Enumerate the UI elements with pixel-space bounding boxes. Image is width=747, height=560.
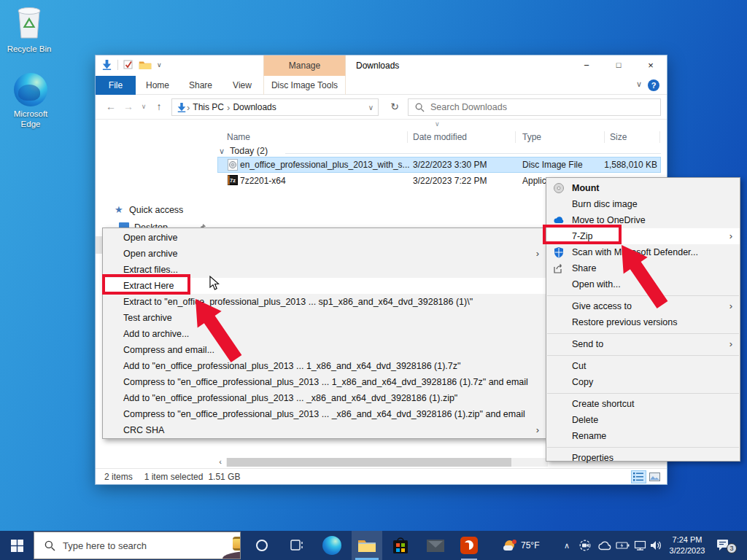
- tray-onedrive-icon[interactable]: [595, 531, 613, 560]
- edge-icon: [322, 536, 341, 555]
- menu-separator: [546, 352, 740, 358]
- task-view-button[interactable]: [282, 531, 312, 560]
- column-header-size[interactable]: Size: [610, 128, 627, 146]
- action-center-button[interactable]: 3: [712, 531, 743, 560]
- clock-time: 7:24 PM: [673, 534, 703, 545]
- tray-battery-icon[interactable]: [614, 531, 631, 560]
- back-icon[interactable]: ←: [103, 95, 119, 120]
- sidebar-item-quick-access[interactable]: ★ Quick access: [96, 201, 212, 219]
- thumbnail-view-icon: [649, 472, 660, 481]
- column-divider[interactable]: [604, 131, 605, 143]
- start-button[interactable]: [0, 531, 34, 560]
- up-icon[interactable]: ↑: [151, 95, 167, 120]
- desktop-icon-recycle-bin[interactable]: Recycle Bin: [1, 4, 57, 54]
- menu-item-add-to-archive[interactable]: Add to archive...: [103, 326, 546, 342]
- menu-item-add-to-zip[interactable]: Add to "en_office_professional_plus_2013…: [103, 390, 546, 406]
- menu-item-compress-to-7z-email[interactable]: Compress to "en_office_professional_plus…: [103, 374, 546, 390]
- tray-network-icon[interactable]: [631, 531, 649, 560]
- taskbar-store-button[interactable]: [385, 531, 416, 560]
- breadcrumb-downloads[interactable]: Downloads: [230, 102, 279, 112]
- taskbar-file-explorer-button[interactable]: [352, 531, 382, 560]
- forward-icon[interactable]: →: [120, 95, 136, 120]
- menu-item-create-shortcut[interactable]: Create shortcut: [546, 396, 740, 412]
- breadcrumb-this-pc[interactable]: This PC: [190, 102, 227, 112]
- group-divider: [285, 153, 661, 154]
- column-header-type[interactable]: Type: [522, 128, 541, 146]
- ribbon-context-header: Manage: [263, 55, 346, 76]
- menu-item-crc-sha[interactable]: CRC SHA›: [103, 422, 546, 438]
- column-divider[interactable]: [407, 131, 408, 143]
- submenu-arrow-icon: ›: [729, 336, 732, 352]
- menu-item-add-to-7z[interactable]: Add to "en_office_professional_plus_2013…: [103, 358, 546, 374]
- hidden-icons-chevron-icon[interactable]: ∧: [559, 531, 575, 560]
- tab-share[interactable]: Share: [179, 76, 222, 95]
- menu-item-copy[interactable]: Copy: [546, 374, 740, 390]
- menu-item-open-archive-with[interactable]: Open archive›: [103, 246, 546, 262]
- tab-file[interactable]: File: [96, 76, 136, 95]
- menu-item-send-to[interactable]: Send to›: [546, 336, 740, 352]
- search-icon: [44, 540, 55, 551]
- taskbar-mail-button[interactable]: [420, 531, 451, 560]
- scroll-left-icon[interactable]: ‹: [214, 457, 226, 467]
- column-header-name[interactable]: Name: [227, 128, 250, 146]
- collapse-ribbon-icon[interactable]: ∨: [636, 79, 642, 89]
- menu-item-test-archive[interactable]: Test archive: [103, 310, 546, 326]
- cortana-button[interactable]: [247, 531, 277, 560]
- tab-view[interactable]: View: [222, 76, 263, 95]
- details-view-button[interactable]: [631, 470, 646, 483]
- address-dropdown-icon[interactable]: ∨: [364, 104, 378, 112]
- tab-home[interactable]: Home: [136, 76, 179, 95]
- refresh-icon[interactable]: ↻: [386, 98, 403, 116]
- minimize-button[interactable]: −: [570, 55, 603, 76]
- taskbar-edge-button[interactable]: [317, 531, 347, 560]
- desktop-icon-label: Microsoft Edge: [7, 109, 54, 130]
- taskbar-weather-widget[interactable]: 75°F: [503, 531, 562, 560]
- column-divider[interactable]: [659, 131, 660, 143]
- windows-logo-icon: [11, 540, 23, 552]
- taskbar-search-input[interactable]: Type here to search: [34, 532, 241, 559]
- search-icon: [415, 103, 425, 112]
- recent-locations-icon[interactable]: ∨: [138, 95, 150, 120]
- search-input[interactable]: Search Downloads: [408, 98, 661, 116]
- scrollbar-track[interactable]: [226, 458, 548, 467]
- file-context-menu: Mount Burn disc image Move to OneDrive 7…: [546, 177, 740, 462]
- properties-checkbox-icon[interactable]: [123, 60, 133, 70]
- menu-item-restore-previous-versions[interactable]: Restore previous versions: [546, 314, 740, 330]
- menu-item-rename[interactable]: Rename: [546, 428, 740, 444]
- title-bar: ∨ Manage Downloads − □ ×: [96, 55, 667, 76]
- notification-badge: 3: [727, 543, 737, 553]
- menu-item-burn-disc-image[interactable]: Burn disc image: [546, 196, 740, 212]
- menu-item-cut[interactable]: Cut: [546, 358, 740, 374]
- file-date: 3/22/2023 7:22 PM: [413, 173, 487, 189]
- menu-item-mount[interactable]: Mount: [546, 180, 740, 196]
- menu-item-open-archive[interactable]: Open archive: [103, 230, 546, 246]
- group-collapse-icon[interactable]: ∨: [219, 147, 225, 156]
- thumbnail-view-button[interactable]: [647, 470, 662, 483]
- customize-toolbar-icon[interactable]: ∨: [157, 61, 162, 69]
- menu-item-extract-to[interactable]: Extract to "en_office_professional_plus_…: [103, 294, 546, 310]
- menu-item-compress-to-zip-email[interactable]: Compress to "en_office_professional_plus…: [103, 406, 546, 422]
- lantern-icon: [233, 537, 241, 551]
- submenu-arrow-icon: ›: [536, 246, 539, 262]
- maximize-button[interactable]: □: [603, 55, 635, 76]
- taskbar-office-button[interactable]: [454, 531, 484, 560]
- menu-item-delete[interactable]: Delete: [546, 412, 740, 428]
- new-folder-icon[interactable]: [139, 60, 152, 70]
- search-placeholder: Search Downloads: [430, 102, 507, 112]
- tray-volume-icon[interactable]: [647, 531, 665, 560]
- tab-disc-image-tools[interactable]: Disc Image Tools: [263, 76, 346, 95]
- file-row-office-iso[interactable]: en_office_professional_plus_2013_with_s.…: [212, 157, 667, 173]
- desktop-icon-microsoft-edge[interactable]: Microsoft Edge: [3, 73, 58, 130]
- breadcrumb[interactable]: › This PC › Downloads ∨: [171, 98, 379, 116]
- scrollbar-thumb[interactable]: [227, 458, 511, 467]
- menu-item-properties[interactable]: Properties: [546, 450, 740, 466]
- mail-icon: [427, 540, 444, 552]
- column-divider[interactable]: [515, 131, 516, 143]
- taskbar-clock[interactable]: 7:24 PM 3/22/2023: [664, 531, 711, 560]
- menu-item-compress-and-email[interactable]: Compress and email...: [103, 342, 546, 358]
- column-header-date-modified[interactable]: Date modified: [413, 128, 467, 146]
- share-icon: [553, 262, 565, 274]
- tray-meet-now-icon[interactable]: [576, 531, 594, 560]
- close-button[interactable]: ×: [635, 55, 667, 76]
- help-icon[interactable]: ?: [648, 79, 659, 91]
